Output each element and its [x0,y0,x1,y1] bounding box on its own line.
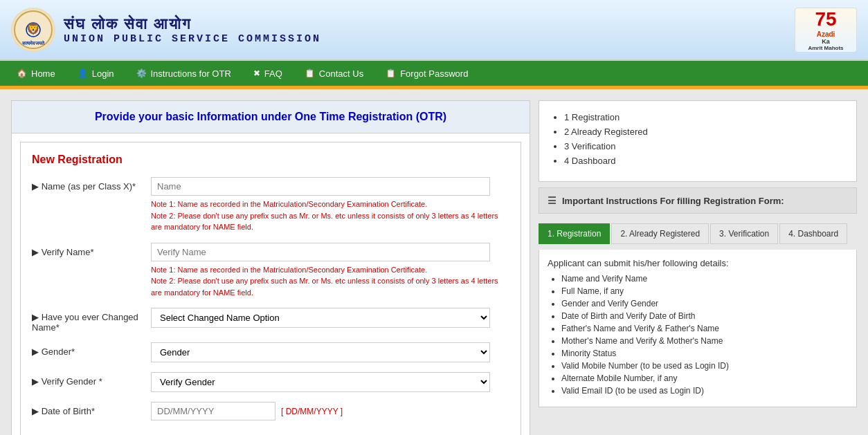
forgot-icon: 📋 [386,68,396,78]
section-title: New Registration [32,154,509,166]
page-title: Provide your basic Information under One… [21,111,520,123]
name-field-row: ▶ Name (as per Class X)* Note 1: Name as… [32,177,509,233]
step-4: 4 Dashboard [564,156,845,166]
verify-name-arrow: ▶ [32,247,42,257]
menu-icon: ☰ [548,195,557,206]
instr-item-5: Mother's Name and Verify & Mother's Name [561,336,848,346]
verify-name-field-content: Note 1: Name as recorded in the Matricul… [151,243,509,299]
name-notes: Note 1: Name as recorded in the Matricul… [151,198,509,233]
azadi-line1: Azadi [817,30,835,38]
right-sidebar: 1 Registration 2 Already Registered 3 Ve… [539,100,857,435]
azadi-line3: Amrit Mahots [808,45,843,51]
verify-gender-label: ▶ Verify Gender * [32,372,143,387]
contact-icon: 📋 [305,68,315,78]
name-input[interactable] [151,177,490,196]
azadi-badge: 75 Azadi Ka Amrit Mahots [795,8,857,53]
emblem-icon: 🦁 सत्यमेव जयते [11,8,55,52]
nav-contact[interactable]: 📋 Contact Us [293,63,374,84]
header: 🦁 सत्यमेव जयते संघ लोक सेवा आयोग UNION P… [0,0,868,61]
header-left: 🦁 सत्यमेव जयते संघ लोक सेवा आयोग UNION P… [11,8,321,52]
instr-item-1: Full Name, if any [561,286,848,296]
verify-name-field-row: ▶ Verify Name* Note 1: Name as recorded … [32,243,509,299]
page-title-bar: Provide your basic Information under One… [12,101,530,133]
steps-list: 1 Registration 2 Already Registered 3 Ve… [550,112,845,166]
instr-item-6: Minority Status [561,349,848,358]
org-english-text: UNION PUBLIC SERVICE COMMISSION [64,33,321,45]
tab-registration[interactable]: 1. Registration [539,223,610,244]
instr-item-0: Name and Verify Name [561,274,848,284]
svg-text:सत्यमेव जयते: सत्यमेव जयते [21,40,46,46]
instructions-icon: ⚙️ [136,68,147,78]
instructions-header: ☰ Important Instructions For filling Reg… [539,187,857,214]
gender-field-content: Gender [151,342,509,362]
verify-gender-arrow: ▶ [32,376,42,387]
name-arrow: ▶ [32,181,42,192]
instr-item-3: Date of Birth and Verify Date of Birth [561,311,848,321]
tab-dashboard[interactable]: 4. Dashboard [779,223,847,244]
instr-item-7: Valid Mobile Number (to be used as Login… [561,361,848,371]
changed-name-label: ▶ Have you ever Changed Name* [32,308,143,333]
azadi-line2: Ka [822,38,830,45]
verify-name-label: ▶ Verify Name* [32,243,143,257]
content-area: Provide your basic Information under One… [0,89,868,435]
instr-item-9: Valid Email ID (to be used as Login ID) [561,386,848,396]
gender-select[interactable]: Gender [151,342,490,362]
gender-label: ▶ Gender* [32,342,143,357]
instructions-list: Name and Verify Name Full Name, if any G… [548,274,848,396]
dob-arrow: ▶ [32,406,42,416]
nav-faq[interactable]: ✖ FAQ [242,63,293,84]
dob-hint: [ DD/MM/YYYY ] [281,407,343,416]
dob-label: ▶ Date of Birth* [32,402,143,416]
nav-login[interactable]: 👤 Login [66,63,125,84]
login-icon: 👤 [78,68,88,78]
tab-already-registered[interactable]: 2. Already Registered [611,223,709,244]
changed-name-field-content: Select Changed Name Option [151,308,509,328]
org-name: संघ लोक सेवा आयोग UNION PUBLIC SERVICE C… [64,15,321,45]
instructions-content: Applicant can submit his/her following d… [539,250,857,407]
azadi-number: 75 [815,8,836,30]
step-1: 1 Registration [564,112,845,122]
nav-instructions[interactable]: ⚙️ Instructions for OTR [125,63,242,84]
instructions-intro: Applicant can submit his/her following d… [548,258,848,268]
dob-field-row: ▶ Date of Birth* [ DD/MM/YYYY ] [32,402,509,420]
svg-text:🦁: 🦁 [26,22,40,35]
gender-field-row: ▶ Gender* Gender [32,342,509,362]
verify-name-input[interactable] [151,243,490,261]
verify-name-notes: Note 1: Name as recorded in the Matricul… [151,264,509,299]
name-label: ▶ Name (as per Class X)* [32,177,143,192]
steps-box: 1 Registration 2 Already Registered 3 Ve… [539,100,857,182]
instructions-header-text: Important Instructions For filling Regis… [562,196,784,206]
nav-forgot-password[interactable]: 📋 Forgot Password [374,63,479,84]
name-field-content: Note 1: Name as recorded in the Matricul… [151,177,509,233]
home-icon: 🏠 [17,68,27,78]
step-3: 3 Verification [564,141,845,151]
verify-gender-field-row: ▶ Verify Gender * Verify Gender [32,372,509,392]
instruction-tabs: 1. Registration 2. Already Registered 3.… [539,223,857,244]
dob-input[interactable] [151,402,275,420]
instr-item-2: Gender and Verify Gender [561,299,848,308]
changed-name-arrow: ▶ [32,312,42,322]
dob-field-content: [ DD/MM/YYYY ] [151,402,509,420]
instr-item-8: Alternate Mobile Number, if any [561,373,848,383]
changed-name-select[interactable]: Select Changed Name Option [151,308,490,328]
navbar: 🏠 Home 👤 Login ⚙️ Instructions for OTR ✖… [0,61,868,86]
step-2: 2 Already Registered [564,127,845,137]
verify-gender-field-content: Verify Gender [151,372,509,392]
instr-item-4: Father's Name and Verify & Father's Name [561,324,848,333]
gender-arrow: ▶ [32,346,42,357]
org-hindi-text: संघ लोक सेवा आयोग [64,15,321,33]
registration-form: New Registration ▶ Name (as per Class X)… [20,142,521,435]
form-panel: Provide your basic Information under One… [11,100,530,435]
changed-name-field-row: ▶ Have you ever Changed Name* Select Cha… [32,308,509,333]
tab-verification[interactable]: 3. Verification [710,223,778,244]
nav-home[interactable]: 🏠 Home [6,63,66,84]
faq-icon: ✖ [253,68,260,78]
verify-gender-select[interactable]: Verify Gender [151,372,490,392]
